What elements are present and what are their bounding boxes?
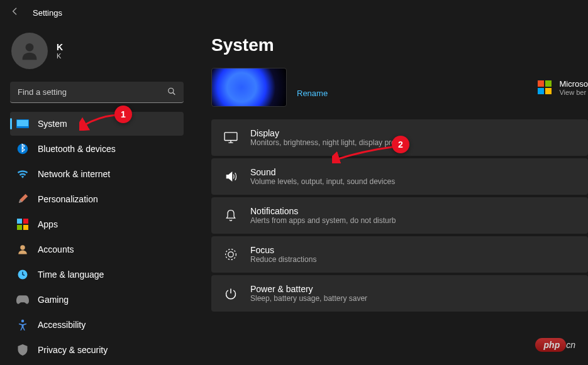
sound-icon [224,170,238,183]
sidebar-item-network[interactable]: Network & internet [10,162,184,186]
sidebar-item-label: System [38,119,67,129]
sidebar-item-personalization[interactable]: Personalization [10,187,184,211]
ms365-sub: View ber [559,89,588,96]
card-title: Notifications [250,206,396,216]
device-wallpaper[interactable] [211,68,287,107]
sidebar-item-accounts[interactable]: Accounts [10,237,184,261]
search-icon [167,87,176,98]
system-icon [16,117,29,130]
bluetooth-icon [16,143,29,155]
svg-point-11 [21,320,25,323]
search-input[interactable] [10,82,184,103]
apps-icon [16,218,29,231]
personalization-icon [16,193,29,205]
display-icon [224,131,238,144]
sidebar-item-label: Bluetooth & devices [38,144,116,154]
privacy-icon [16,344,29,356]
sidebar-item-accessibility[interactable]: Accessibility [10,313,184,337]
sidebar-item-system[interactable]: System [10,112,184,136]
time-icon [16,268,29,281]
sidebar-item-gaming[interactable]: Gaming [10,288,184,312]
svg-point-0 [26,43,34,52]
svg-rect-6 [23,219,28,224]
back-button[interactable] [10,6,20,19]
sidebar: K K SystemBluetooth & devicesNetwork & i… [0,25,189,365]
sidebar-item-label: Personalization [38,194,98,204]
accounts-icon [16,243,29,256]
rename-link[interactable]: Rename [297,89,328,98]
svg-point-1 [169,88,174,93]
sidebar-item-label: Gaming [38,295,69,305]
svg-point-14 [228,252,233,257]
sidebar-item-label: Time & language [38,270,104,280]
profile-sub: K [57,52,63,60]
card-sub: Monitors, brightness, night light, displ… [250,138,405,147]
card-focus[interactable]: FocusReduce distractions [211,236,588,273]
card-power[interactable]: Power & batterySleep, battery usage, bat… [211,275,588,312]
notifications-icon [224,209,238,222]
network-icon [16,168,29,180]
svg-rect-8 [23,225,28,230]
sidebar-item-label: Accessibility [38,320,86,330]
card-sound[interactable]: SoundVolume levels, output, input, sound… [211,158,588,195]
main-content: System Rename Microso View ber DisplayMo… [189,25,588,365]
annotation-1: 1 [114,106,132,123]
svg-point-13 [226,249,236,260]
sidebar-item-label: Apps [38,219,58,229]
card-sub: Alerts from apps and system, do not dist… [250,216,396,225]
sidebar-item-label: Network & internet [38,169,110,179]
card-sub: Reduce distractions [250,255,316,264]
power-icon [224,286,238,300]
card-title: Display [250,128,405,138]
card-title: Focus [250,245,316,255]
page-title: System [211,35,588,55]
ms365-title: Microso [559,79,588,89]
sidebar-item-bluetooth[interactable]: Bluetooth & devices [10,137,184,161]
card-sub: Volume levels, output, input, sound devi… [250,177,395,186]
accessibility-icon [16,319,29,331]
card-notifications[interactable]: NotificationsAlerts from apps and system… [211,197,588,234]
profile-block[interactable]: K K [10,25,184,82]
sidebar-item-time[interactable]: Time & language [10,263,184,286]
sidebar-item-label: Accounts [38,244,74,254]
microsoft-logo-icon [538,80,552,94]
svg-rect-12 [225,133,237,141]
avatar [11,33,48,69]
sidebar-item-apps[interactable]: Apps [10,212,184,236]
gaming-icon [16,293,29,306]
svg-point-9 [20,245,25,250]
profile-text: K K [57,42,63,60]
sidebar-item-privacy[interactable]: Privacy & security [10,338,184,362]
focus-icon [224,248,238,261]
svg-rect-7 [17,225,22,230]
card-title: Power & battery [250,284,367,294]
card-sub: Sleep, battery usage, battery saver [250,294,367,303]
ms365-block[interactable]: Microso View ber [538,79,588,96]
annotation-2: 2 [392,136,409,153]
sidebar-item-label: Privacy & security [38,345,108,355]
card-title: Sound [250,167,395,177]
profile-name: K [57,42,63,52]
header-title: Settings [33,8,62,18]
svg-point-4 [18,144,28,155]
svg-rect-3 [17,120,28,126]
svg-rect-5 [17,219,22,224]
